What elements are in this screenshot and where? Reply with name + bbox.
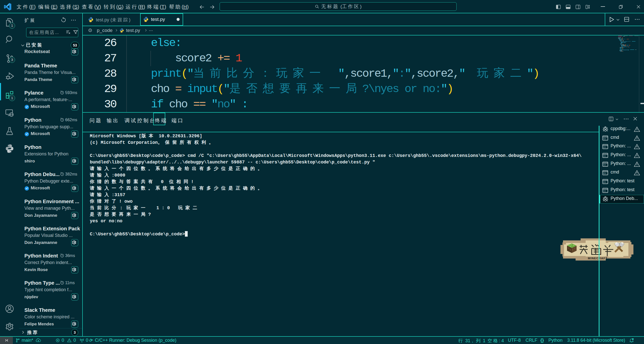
svg-text:C:\: C:\ xyxy=(603,146,606,148)
svg-text:C:\: C:\ xyxy=(603,164,606,166)
svg-text:C:\: C:\ xyxy=(603,172,606,175)
svg-text:C:\: C:\ xyxy=(603,138,606,140)
svg-text:C:\: C:\ xyxy=(603,190,606,192)
svg-text:C:\: C:\ xyxy=(603,181,606,183)
svg-text:C:\: C:\ xyxy=(603,155,606,157)
